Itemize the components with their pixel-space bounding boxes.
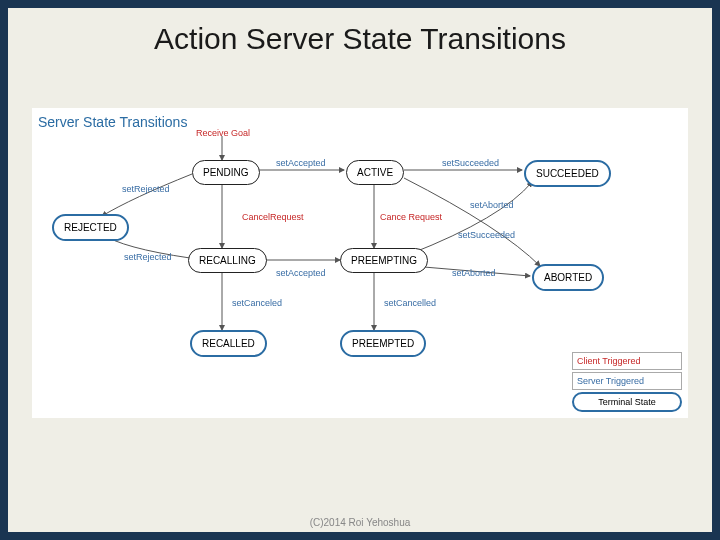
label-cance-request: Cance Request: [380, 212, 442, 222]
label-set-accepted: setAccepted: [276, 158, 326, 168]
state-recalling: RECALLING: [188, 248, 267, 273]
label-set-aborted: setAborted: [470, 200, 514, 210]
label-set-succeeded2: setSucceeded: [458, 230, 515, 240]
label-set-succeeded: setSucceeded: [442, 158, 499, 168]
label-set-canceled: setCanceled: [232, 298, 282, 308]
legend-terminal: Terminal State: [572, 392, 682, 412]
state-rejected: REJECTED: [52, 214, 129, 241]
state-aborted: ABORTED: [532, 264, 604, 291]
slide-title: Action Server State Transitions: [8, 8, 712, 62]
state-succeeded: SUCCEEDED: [524, 160, 611, 187]
label-set-rejected2: setRejected: [124, 252, 172, 262]
diagram-canvas: Server State Transitions: [32, 108, 688, 418]
label-receive-goal: Receive Goal: [196, 128, 250, 138]
label-cancel-request: CancelRequest: [242, 212, 304, 222]
footer-copyright: (C)2014 Roi Yehoshua: [8, 517, 712, 528]
label-set-aborted2: setAborted: [452, 268, 496, 278]
label-set-cancelled: setCancelled: [384, 298, 436, 308]
state-preempting: PREEMPTING: [340, 248, 428, 273]
state-recalled: RECALLED: [190, 330, 267, 357]
slide: Action Server State Transitions Server S…: [8, 8, 712, 532]
legend-client: Client Triggered: [572, 352, 682, 370]
diagram-title: Server State Transitions: [38, 114, 187, 130]
state-preempted: PREEMPTED: [340, 330, 426, 357]
legend: Client Triggered Server Triggered Termin…: [572, 350, 682, 412]
label-set-accepted2: setAccepted: [276, 268, 326, 278]
legend-server: Server Triggered: [572, 372, 682, 390]
state-pending: PENDING: [192, 160, 260, 185]
label-set-rejected: setRejected: [122, 184, 170, 194]
state-active: ACTIVE: [346, 160, 404, 185]
